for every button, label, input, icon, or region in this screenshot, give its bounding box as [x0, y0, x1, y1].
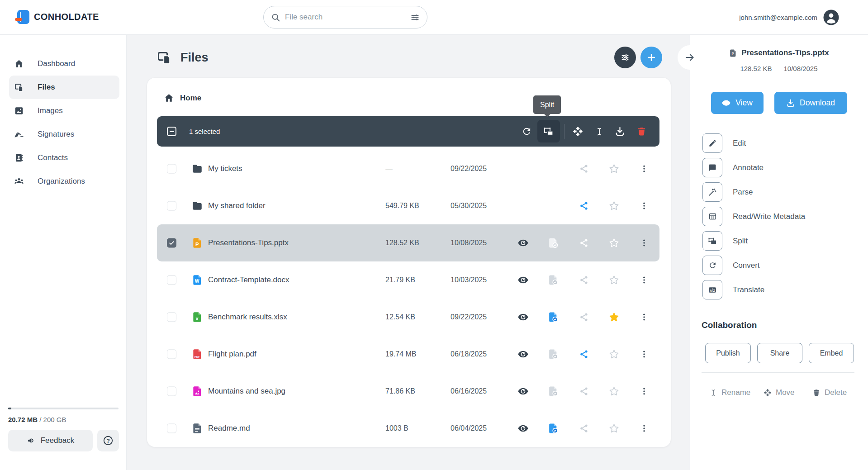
- pencil-icon: [702, 133, 722, 153]
- share-button[interactable]: [579, 386, 589, 396]
- view-settings-button[interactable]: [614, 47, 636, 68]
- download-icon: [786, 99, 795, 108]
- row-checkbox[interactable]: [167, 238, 176, 248]
- action-split[interactable]: Split: [702, 231, 856, 251]
- action-edit[interactable]: Edit: [702, 133, 856, 153]
- brand-logo[interactable]: CONHOLDATE: [17, 10, 99, 24]
- action-metadata[interactable]: Read/Write Metadata: [702, 207, 856, 226]
- preview-button[interactable]: [517, 275, 529, 286]
- file-name[interactable]: Presentations-Tips.pptx: [208, 238, 289, 247]
- search-filters-icon[interactable]: [410, 13, 420, 22]
- share-button[interactable]: [579, 238, 589, 248]
- file-name[interactable]: Contract-Template.docx: [208, 275, 289, 285]
- share-button[interactable]: [579, 275, 589, 285]
- sidebar-item-files[interactable]: Files: [9, 76, 119, 99]
- preview-button[interactable]: [517, 423, 529, 434]
- approval-button[interactable]: [547, 349, 559, 360]
- favorite-button[interactable]: [608, 163, 620, 175]
- file-row[interactable]: My shared folder 549.79 KB 05/30/2025: [157, 187, 659, 224]
- favorite-button[interactable]: [608, 237, 620, 249]
- action-annotate[interactable]: Annotate: [702, 158, 856, 177]
- rename-button[interactable]: [590, 116, 608, 147]
- move-button[interactable]: [569, 116, 587, 147]
- avatar[interactable]: [823, 9, 840, 26]
- action-parse[interactable]: Parse: [702, 182, 856, 202]
- convert-button[interactable]: [517, 116, 536, 147]
- row-checkbox[interactable]: [167, 201, 176, 211]
- sidebar-item-dashboard[interactable]: Dashboard: [9, 52, 119, 76]
- file-name[interactable]: Flight plan.pdf: [208, 350, 256, 359]
- share-button[interactable]: [579, 201, 589, 211]
- favorite-button[interactable]: [608, 386, 620, 397]
- row-checkbox[interactable]: [167, 164, 176, 174]
- select-all-checkbox[interactable]: [167, 127, 176, 136]
- row-checkbox[interactable]: [167, 313, 176, 322]
- approval-button[interactable]: [547, 386, 559, 397]
- favorite-button[interactable]: [608, 423, 620, 434]
- action-convert[interactable]: Convert: [702, 256, 856, 275]
- preview-button[interactable]: [517, 386, 529, 397]
- file-name[interactable]: My shared folder: [208, 201, 266, 210]
- file-name[interactable]: My tickets: [208, 164, 242, 173]
- share-button[interactable]: [579, 423, 589, 433]
- row-menu-button[interactable]: [640, 313, 649, 322]
- share-button[interactable]: Share: [757, 343, 802, 363]
- add-file-button[interactable]: [640, 47, 662, 68]
- file-row-selected[interactable]: Presentations-Tips.pptx 128.52 KB 10/08/…: [157, 224, 659, 261]
- file-row[interactable]: My tickets — 09/22/2025: [157, 150, 659, 187]
- row-checkbox[interactable]: [167, 275, 176, 285]
- download-button[interactable]: Download: [774, 92, 847, 114]
- feedback-button[interactable]: Feedback: [8, 430, 93, 451]
- favorite-button[interactable]: [608, 312, 620, 323]
- approval-button[interactable]: [547, 275, 559, 286]
- file-row[interactable]: Flight plan.pdf 19.74 MB 06/18/2025: [157, 336, 659, 373]
- approval-button[interactable]: [547, 237, 559, 249]
- check-icon: [168, 240, 175, 247]
- row-menu-button[interactable]: [640, 238, 649, 247]
- share-button[interactable]: [579, 312, 589, 322]
- action-translate[interactable]: Translate: [702, 280, 856, 299]
- row-menu-button[interactable]: [640, 350, 649, 359]
- preview-button[interactable]: [517, 349, 529, 360]
- favorite-button[interactable]: [608, 349, 620, 360]
- split-button[interactable]: [540, 116, 558, 147]
- sidebar-item-organizations[interactable]: Organizations: [9, 170, 119, 193]
- sidebar-item-contacts[interactable]: Contacts: [9, 146, 119, 170]
- file-row[interactable]: Mountains and sea.jpg 71.86 KB 06/16/202…: [157, 373, 659, 410]
- publish-button[interactable]: Publish: [705, 343, 751, 363]
- view-button[interactable]: View: [711, 92, 764, 114]
- preview-button[interactable]: [517, 312, 529, 323]
- file-row[interactable]: Benchmark results.xlsx 12.54 KB 09/22/20…: [157, 299, 659, 336]
- file-name[interactable]: Benchmark results.xlsx: [208, 313, 287, 322]
- help-button[interactable]: [97, 430, 119, 451]
- delete-button[interactable]: Delete: [812, 386, 847, 399]
- file-row[interactable]: Contract-Template.docx 21.79 KB 10/03/20…: [157, 261, 659, 299]
- row-menu-button[interactable]: [640, 387, 649, 396]
- approval-button[interactable]: [547, 423, 559, 434]
- row-menu-button[interactable]: [640, 201, 649, 210]
- row-checkbox[interactable]: [167, 387, 176, 396]
- approval-button[interactable]: [547, 312, 559, 323]
- share-button[interactable]: [579, 164, 589, 174]
- sidebar-item-signatures[interactable]: Signatures: [9, 123, 119, 146]
- breadcrumb[interactable]: Home: [164, 93, 201, 103]
- search-input[interactable]: [285, 13, 406, 22]
- favorite-button[interactable]: [608, 200, 620, 212]
- row-menu-button[interactable]: [640, 164, 649, 173]
- favorite-button[interactable]: [608, 275, 620, 286]
- row-menu-button[interactable]: [640, 275, 649, 285]
- delete-button[interactable]: [632, 116, 650, 147]
- preview-button[interactable]: [517, 237, 529, 249]
- share-button[interactable]: [579, 349, 589, 359]
- file-row[interactable]: Readme.md 1003 B 06/04/2025: [157, 410, 659, 447]
- move-button[interactable]: Move: [764, 386, 795, 399]
- file-name[interactable]: Readme.md: [208, 424, 250, 433]
- sidebar-item-images[interactable]: Images: [9, 99, 119, 123]
- embed-button[interactable]: Embed: [809, 343, 854, 363]
- file-name[interactable]: Mountains and sea.jpg: [208, 387, 285, 396]
- row-menu-button[interactable]: [640, 424, 649, 433]
- row-checkbox[interactable]: [167, 350, 176, 359]
- row-checkbox[interactable]: [167, 424, 176, 433]
- download-button[interactable]: [611, 116, 629, 147]
- rename-button[interactable]: Rename: [709, 386, 750, 399]
